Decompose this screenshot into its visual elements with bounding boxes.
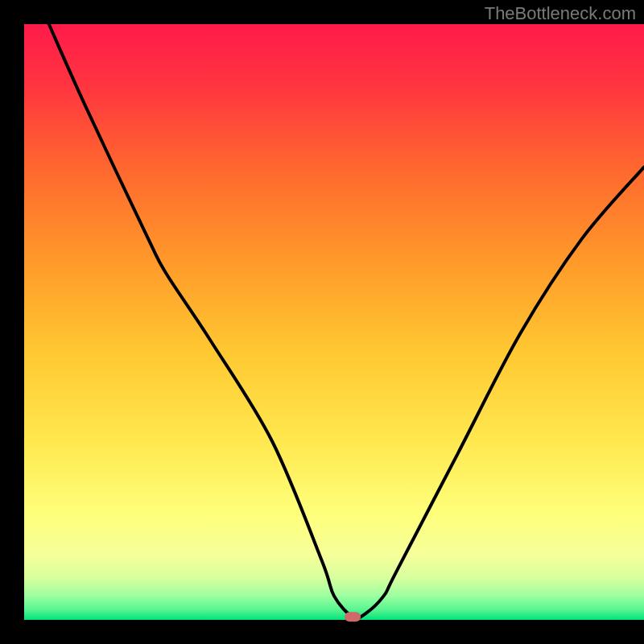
bottleneck-chart [0,0,644,644]
plot-background [24,24,644,620]
chart-frame: TheBottleneck.com [0,0,644,644]
optimal-point-marker [345,612,361,621]
watermark-text: TheBottleneck.com [485,3,636,24]
